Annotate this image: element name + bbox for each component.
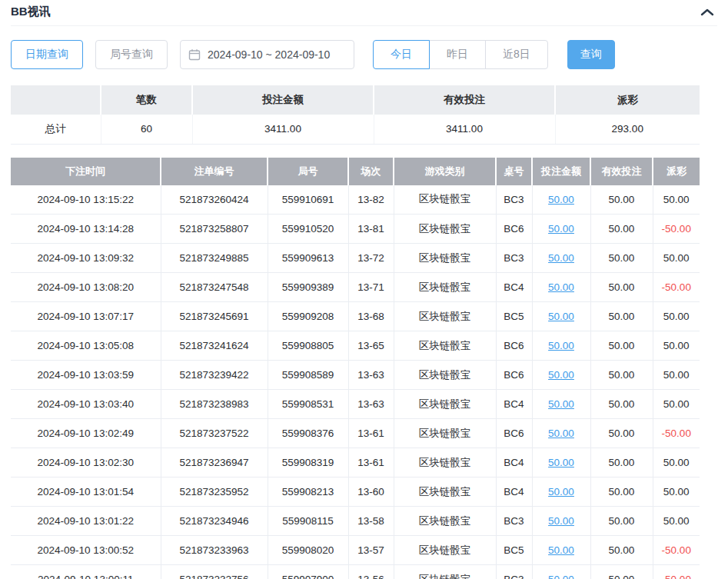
cell-order-no: 521873238983 [161,390,268,419]
date-range-picker[interactable]: 2024-09-10 ~ 2024-09-10 [180,40,354,69]
cell-bet-amount: 50.00 [532,361,590,390]
cell-valid-bet: 50.00 [590,302,653,331]
table-row: 2024-09-10 13:01:54521873235952559908213… [11,478,700,507]
bet-amount-link[interactable]: 50.00 [548,194,574,205]
cell-game-type: 区块链骰宝 [394,536,496,565]
cell-session: 13-63 [348,361,394,390]
summary-header-row: 笔数 投注金额 有效投注 派彩 [11,85,700,115]
summary-header-count: 笔数 [101,85,192,115]
cell-round-no: 559907900 [268,565,348,579]
cell-order-no: 521873247548 [161,273,268,302]
calendar-icon [188,48,201,61]
cell-valid-bet: 50.00 [590,361,653,390]
cell-game-type: 区块链骰宝 [394,390,496,419]
bet-amount-link[interactable]: 50.00 [548,457,574,468]
cell-game-type: 区块链骰宝 [394,448,496,478]
today-button[interactable]: 今日 [373,40,430,69]
cell-payout: 50.00 [653,361,700,390]
cell-bet-time: 2024-09-10 13:00:11 [11,565,161,579]
cell-bet-amount: 50.00 [532,244,590,273]
col-header-order-no: 注单编号 [161,158,268,185]
date-query-button[interactable]: 日期查询 [11,40,83,69]
cell-session: 13-65 [348,331,394,361]
cell-round-no: 559909389 [268,273,348,302]
table-row: 2024-09-10 13:08:20521873247548559909389… [11,273,700,302]
last-8-days-button[interactable]: 近8日 [485,40,548,69]
cell-order-no: 521873239422 [161,361,268,390]
cell-session: 13-61 [348,419,394,448]
bet-amount-link[interactable]: 50.00 [548,223,574,235]
table-row: 2024-09-10 13:00:11521873232756559907900… [11,565,700,579]
cell-payout: 50.00 [653,185,700,215]
col-header-round-no: 局号 [268,158,348,185]
search-button[interactable]: 查询 [567,40,615,69]
cell-table-no: BC4 [496,273,532,302]
cell-table-no: BC3 [496,185,532,215]
cell-payout: -50.00 [653,273,700,302]
cell-game-type: 区块链骰宝 [394,244,496,273]
summary-payout-value: 293.00 [555,115,700,144]
cell-round-no: 559908589 [268,361,348,390]
cell-payout: 50.00 [653,390,700,419]
cell-valid-bet: 50.00 [590,507,653,536]
cell-round-no: 559908319 [268,448,348,478]
cell-round-no: 559908531 [268,390,348,419]
cell-bet-time: 2024-09-10 13:08:20 [11,273,161,302]
cell-game-type: 区块链骰宝 [394,565,496,579]
summary-count-value: 60 [101,115,192,144]
cell-game-type: 区块链骰宝 [394,331,496,361]
cell-round-no: 559908376 [268,419,348,448]
cell-order-no: 521873234946 [161,507,268,536]
bet-amount-link[interactable]: 50.00 [548,340,574,351]
cell-bet-time: 2024-09-10 13:03:59 [11,361,161,390]
bet-amount-link[interactable]: 50.00 [548,252,574,264]
cell-bet-time: 2024-09-10 13:02:49 [11,419,161,448]
summary-header-valid-bet: 有效投注 [374,85,555,115]
cell-valid-bet: 50.00 [590,419,653,448]
cell-round-no: 559909208 [268,302,348,331]
chevron-up-icon [700,8,714,19]
bet-amount-link[interactable]: 50.00 [548,486,574,497]
summary-table: 笔数 投注金额 有效投注 派彩 总计 60 3411.00 3411.00 29… [11,85,700,145]
table-row: 2024-09-10 13:15:22521873260424559910691… [11,185,700,215]
page-title: BB视讯 [11,5,51,19]
cell-game-type: 区块链骰宝 [394,215,496,244]
collapse-button[interactable] [699,6,716,18]
table-row: 2024-09-10 13:14:28521873258807559910520… [11,215,700,244]
cell-table-no: BC3 [496,565,532,579]
cell-session: 13-71 [348,273,394,302]
bet-amount-link[interactable]: 50.00 [548,398,574,410]
cell-valid-bet: 50.00 [590,215,653,244]
bet-amount-link[interactable]: 50.00 [548,544,574,556]
cell-valid-bet: 50.00 [590,273,653,302]
table-row: 2024-09-10 13:00:52521873233963559908020… [11,536,700,565]
col-header-valid-bet: 有效投注 [590,158,653,185]
col-header-table-no: 桌号 [496,158,532,185]
cell-bet-time: 2024-09-10 13:03:40 [11,390,161,419]
section-header: BB视讯 [11,0,717,26]
cell-order-no: 521873235952 [161,478,268,507]
cell-table-no: BC5 [496,302,532,331]
round-query-button[interactable]: 局号查询 [95,40,168,69]
bet-amount-link[interactable]: 50.00 [548,515,574,527]
cell-game-type: 区块链骰宝 [394,478,496,507]
cell-order-no: 521873249885 [161,244,268,273]
bet-amount-link[interactable]: 50.00 [548,574,574,579]
cell-game-type: 区块链骰宝 [394,273,496,302]
bet-amount-link[interactable]: 50.00 [548,428,574,439]
table-row: 2024-09-10 13:07:17521873245691559909208… [11,302,700,331]
cell-session: 13-56 [348,565,394,579]
bet-amount-link[interactable]: 50.00 [548,281,574,293]
bet-amount-link[interactable]: 50.00 [548,369,574,381]
cell-game-type: 区块链骰宝 [394,185,496,215]
cell-valid-bet: 50.00 [590,536,653,565]
yesterday-button[interactable]: 昨日 [429,40,486,69]
bet-amount-link[interactable]: 50.00 [548,311,574,322]
table-row: 2024-09-10 13:03:59521873239422559908589… [11,361,700,390]
cell-payout: -50.00 [653,215,700,244]
cell-table-no: BC4 [496,448,532,478]
summary-header-bet-amount: 投注金额 [192,85,374,115]
cell-order-no: 521873237522 [161,419,268,448]
bb-video-panel: BB视讯 日期查询 局号查询 2024-09-10 ~ 2024-09-10 今… [0,0,728,579]
cell-order-no: 521873258807 [161,215,268,244]
